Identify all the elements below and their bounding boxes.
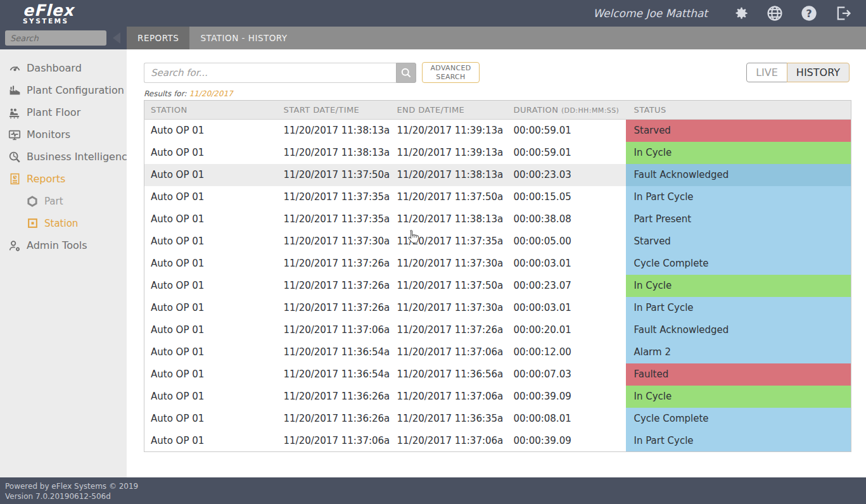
- app-header: eFlex SYSTEMS Welcome Joe Matthat ?: [0, 0, 866, 27]
- table-row[interactable]: Auto OP 0111/20/2017 11:37:26a11/20/2017…: [144, 275, 851, 297]
- cell-end: 11/20/2017 11:37:06a: [392, 341, 509, 363]
- cell-status: Starved: [626, 230, 851, 253]
- sidebar-search-input[interactable]: [5, 30, 106, 46]
- cell-status: In Part Cycle: [626, 186, 851, 208]
- monitor-icon: [8, 128, 22, 142]
- cell-duration: 00:00:05.00: [509, 230, 626, 253]
- cell-status: Cycle Complete: [626, 408, 851, 430]
- sidebar-item-plant-configuration[interactable]: Plant Configuration: [0, 79, 127, 101]
- settings-gear-icon[interactable]: [732, 4, 749, 22]
- sidebar-item-label: Plant Configuration: [27, 84, 124, 96]
- cell-station: Auto OP 01: [144, 275, 277, 297]
- table-row[interactable]: Auto OP 0111/20/2017 11:37:30a11/20/2017…: [144, 230, 851, 253]
- logout-icon[interactable]: [834, 4, 852, 22]
- footer-version: Version 7.0.20190612-506d: [5, 491, 866, 501]
- cell-duration: 00:00:38.08: [509, 208, 626, 230]
- cell-station: Auto OP 01: [144, 186, 277, 208]
- cell-end: 11/20/2017 11:37:06a: [392, 430, 509, 452]
- table-row[interactable]: Auto OP 0111/20/2017 11:37:26a11/20/2017…: [144, 297, 851, 319]
- table-row[interactable]: Auto OP 0111/20/2017 11:37:35a11/20/2017…: [144, 186, 851, 208]
- col-header-station[interactable]: STATION: [144, 101, 277, 120]
- cell-start: 11/20/2017 11:37:35a: [277, 208, 392, 230]
- sidebar-item-label: Business Intelligence: [27, 151, 134, 163]
- sidebar-item-admin-tools[interactable]: Admin Tools: [0, 234, 127, 256]
- advanced-search-label-2: SEARCH: [436, 73, 465, 81]
- cell-status: Fault Acknowledged: [626, 164, 851, 186]
- table-row[interactable]: Auto OP 0111/20/2017 11:37:06a11/20/2017…: [144, 319, 851, 341]
- welcome-text: Welcome Joe Matthat: [593, 7, 708, 20]
- sidebar-item-dashboard[interactable]: Dashboard: [0, 57, 127, 79]
- cell-end: 11/20/2017 11:37:30a: [392, 297, 509, 319]
- sidebar-search-strip: [0, 27, 127, 49]
- sidebar-item-label: Admin Tools: [27, 239, 87, 251]
- table-row[interactable]: Auto OP 0111/20/2017 11:36:54a11/20/2017…: [144, 363, 851, 386]
- cell-start: 11/20/2017 11:37:26a: [277, 253, 392, 275]
- cell-start: 11/20/2017 11:36:54a: [277, 363, 392, 386]
- col-header-start[interactable]: START DATE/TIME: [277, 101, 392, 120]
- table-row[interactable]: Auto OP 0111/20/2017 11:38:13a11/20/2017…: [144, 120, 851, 142]
- sidebar-item-plant-floor[interactable]: Plant Floor: [0, 101, 127, 123]
- sidebar-item-part[interactable]: Part: [0, 190, 127, 212]
- table-body: Auto OP 0111/20/2017 11:38:13a11/20/2017…: [144, 120, 851, 452]
- table-row[interactable]: Auto OP 0111/20/2017 11:36:26a11/20/2017…: [144, 408, 851, 430]
- cell-duration: 00:00:03.01: [509, 297, 626, 319]
- col-header-end[interactable]: END DATE/TIME: [392, 101, 509, 120]
- eflex-logo: eFlex SYSTEMS: [23, 3, 74, 25]
- cell-duration: 00:00:23.07: [509, 275, 626, 297]
- help-icon[interactable]: ?: [800, 4, 818, 22]
- cell-duration: 00:00:07.03: [509, 363, 626, 386]
- sidebar-item-label: Plant Floor: [27, 106, 80, 118]
- sidebar-item-label: Dashboard: [27, 62, 82, 74]
- table-row[interactable]: Auto OP 0111/20/2017 11:37:06a11/20/2017…: [144, 430, 851, 452]
- sidebar-item-business-intelligence[interactable]: Business Intelligence: [0, 146, 127, 168]
- col-header-duration[interactable]: DURATION (DD:HH:MM:SS): [509, 101, 626, 120]
- svg-text:?: ?: [806, 8, 812, 20]
- cell-start: 11/20/2017 11:36:26a: [277, 408, 392, 430]
- station-square-icon: [25, 217, 39, 230]
- cell-duration: 00:00:59.01: [509, 142, 626, 164]
- cell-end: 11/20/2017 11:39:13a: [392, 142, 509, 164]
- search-input[interactable]: [144, 63, 396, 83]
- table-row[interactable]: Auto OP 0111/20/2017 11:36:54a11/20/2017…: [144, 341, 851, 363]
- cell-status: In Part Cycle: [626, 430, 851, 452]
- sidebar-item-label: Part: [44, 196, 63, 207]
- footer-powered-by: Powered by eFlex Systems © 2019: [5, 481, 866, 491]
- cell-status: Starved: [626, 120, 851, 142]
- cell-duration: 00:00:08.01: [509, 408, 626, 430]
- cell-status: In Cycle: [626, 275, 851, 297]
- tab-reports[interactable]: REPORTS: [127, 27, 189, 49]
- table-row[interactable]: Auto OP 0111/20/2017 11:36:26a11/20/2017…: [144, 386, 851, 408]
- advanced-search-button[interactable]: ADVANCED SEARCH: [422, 62, 480, 83]
- search-button[interactable]: [396, 63, 416, 83]
- cell-station: Auto OP 01: [144, 408, 277, 430]
- cell-station: Auto OP 01: [144, 319, 277, 341]
- sidebar-item-station[interactable]: Station: [0, 212, 127, 234]
- sidebar-item-label: Reports: [27, 173, 65, 185]
- cell-station: Auto OP 01: [144, 230, 277, 253]
- cell-end: 11/20/2017 11:38:13a: [392, 164, 509, 186]
- cell-duration: 00:00:12.00: [509, 341, 626, 363]
- table-row[interactable]: Auto OP 0111/20/2017 11:37:26a11/20/2017…: [144, 253, 851, 275]
- cell-end: 11/20/2017 11:39:13a: [392, 120, 509, 142]
- globe-icon[interactable]: [766, 4, 784, 22]
- cell-status: Alarm 2: [626, 341, 851, 363]
- cell-status: In Cycle: [626, 142, 851, 164]
- sidebar-collapse-icon[interactable]: [113, 32, 120, 44]
- table-row[interactable]: Auto OP 0111/20/2017 11:37:35a11/20/2017…: [144, 208, 851, 230]
- cell-start: 11/20/2017 11:37:30a: [277, 230, 392, 253]
- factory-icon: [8, 84, 22, 98]
- logo-line2: SYSTEMS: [23, 18, 74, 25]
- table-row[interactable]: Auto OP 0111/20/2017 11:37:50a11/20/2017…: [144, 164, 851, 186]
- sidebar-item-reports[interactable]: Reports: [0, 168, 127, 190]
- cell-station: Auto OP 01: [144, 386, 277, 408]
- col-header-status[interactable]: STATUS: [626, 101, 851, 120]
- tab-station-history[interactable]: STATION - HISTORY: [189, 27, 298, 49]
- table-row[interactable]: Auto OP 0111/20/2017 11:38:13a11/20/2017…: [144, 142, 851, 164]
- results-value: 11/20/2017: [189, 89, 232, 98]
- cell-start: 11/20/2017 11:38:13a: [277, 142, 392, 164]
- live-button[interactable]: LIVE: [746, 63, 787, 82]
- history-button[interactable]: HISTORY: [787, 63, 850, 82]
- live-history-toggle: LIVE HISTORY: [746, 63, 850, 82]
- sidebar-item-monitors[interactable]: Monitors: [0, 123, 127, 146]
- cell-start: 11/20/2017 11:37:06a: [277, 319, 392, 341]
